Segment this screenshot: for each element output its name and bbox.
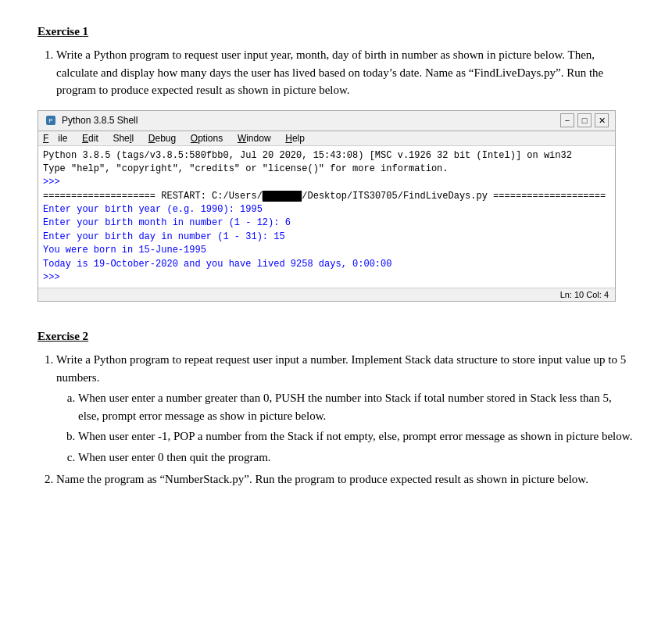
menu-debug[interactable]: Debug (148, 133, 176, 144)
minimize-button[interactable]: − (560, 113, 574, 127)
menu-file-rest: ile (58, 133, 67, 144)
exercise2-subitem-b: When user enter -1, POP a number from th… (78, 427, 634, 445)
shell-line-10: >>> (43, 271, 610, 284)
menu-edit[interactable]: Edit (82, 133, 98, 144)
shell-title-text: Python 3.8.5 Shell (62, 115, 138, 126)
svg-text:P: P (48, 117, 52, 124)
shell-footer: Ln: 10 Col: 4 (38, 288, 615, 301)
exercise2-subitem-a-text: When user enter a number greater than 0,… (78, 392, 612, 422)
exercise2-subitem-b-text: When user enter -1, POP a number from th… (78, 430, 632, 442)
shell-line-7: Enter your birth day in number (1 - 31):… (43, 231, 610, 244)
shell-line-3: >>> (43, 176, 610, 189)
exercise2-title: Exercise 2 (38, 330, 634, 343)
shell-line-1: Python 3.8.5 (tags/v3.8.5:580fbb0, Jul 2… (43, 149, 610, 163)
exercise2-subitem-c: When user enter 0 then quit the program. (78, 449, 634, 467)
menu-options[interactable]: Options (191, 133, 223, 144)
menu-window[interactable]: Window (238, 133, 271, 144)
exercise2-item2: Name the program as “NumberStack.py”. Ru… (56, 470, 634, 488)
shell-titlebar: P Python 3.8.5 Shell − □ ✕ (38, 111, 615, 131)
exercise1-list: Write a Python program to request user i… (56, 46, 634, 99)
python-icon: P (45, 114, 57, 127)
shell-content: Python 3.8.5 (tags/v3.8.5:580fbb0, Jul 2… (38, 146, 615, 288)
exercise2-subitem-a: When user enter a number greater than 0,… (78, 389, 634, 424)
shell-line-5: Enter your birth year (e.g. 1990): 1995 (43, 203, 610, 216)
shell-line-2: Type "help", "copyright", "credits" or "… (43, 163, 610, 176)
shell-status: Ln: 10 Col: 4 (560, 290, 609, 299)
maximize-button[interactable]: □ (577, 113, 592, 127)
shell-line-6: Enter your birth month in number (1 - 12… (43, 216, 610, 230)
shell-line-9: Today is 19-October-2020 and you have li… (43, 258, 610, 271)
exercise2-item1-text: Write a Python program to repeat request… (56, 353, 626, 384)
shell-menubar: File Edit Shell Debug Options Window Hel… (38, 131, 615, 146)
shell-window: P Python 3.8.5 Shell − □ ✕ File Edit She… (38, 110, 616, 302)
exercise2-list: Write a Python program to repeat request… (56, 351, 634, 488)
menu-file[interactable]: F (43, 133, 48, 144)
exercise2-block: Exercise 2 Write a Python program to rep… (38, 330, 634, 488)
shell-line-restart: ==================== RESTART: C:/Users/█… (43, 190, 610, 203)
menu-help[interactable]: Help (285, 133, 305, 144)
exercise2-item2-text: Name the program as “NumberStack.py”. Ru… (56, 473, 588, 485)
exercise2-subitem-c-text: When user enter 0 then quit the program. (78, 451, 271, 463)
shell-titlebar-controls: − □ ✕ (560, 113, 609, 127)
shell-titlebar-left: P Python 3.8.5 Shell (45, 114, 138, 127)
exercise1-item1-text: Write a Python program to request user i… (56, 48, 603, 96)
exercise2-sublist: When user enter a number greater than 0,… (78, 389, 634, 466)
shell-line-8: You were born in 15-June-1995 (43, 244, 610, 257)
exercise2-item1: Write a Python program to repeat request… (56, 351, 634, 466)
exercise1-title: Exercise 1 (38, 25, 634, 38)
exercise1-item1: Write a Python program to request user i… (56, 46, 634, 99)
close-button[interactable]: ✕ (595, 113, 609, 127)
menu-shell[interactable]: Shell (113, 133, 134, 144)
exercise1-block: Exercise 1 Write a Python program to req… (38, 25, 634, 302)
